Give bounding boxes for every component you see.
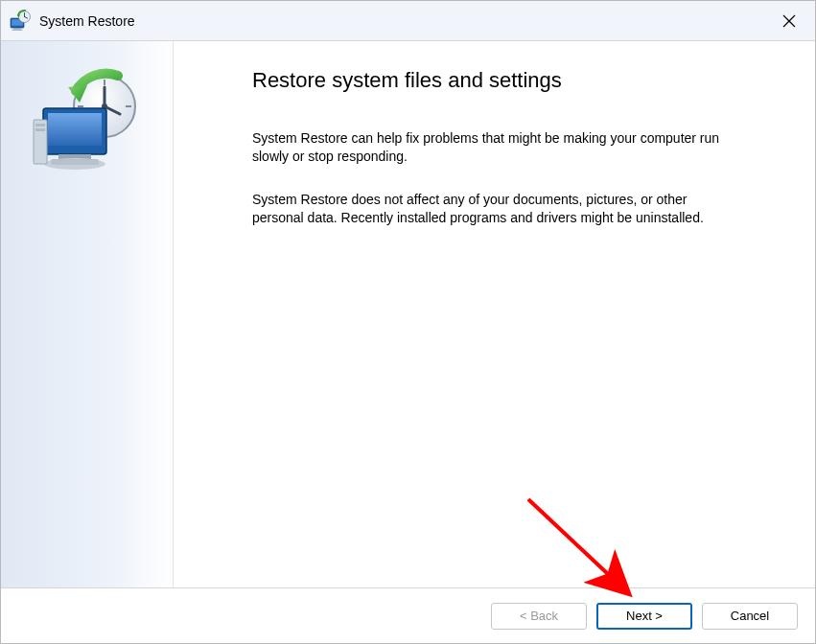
svg-rect-3: [12, 29, 23, 30]
wizard-footer: < Back Next > Cancel: [1, 587, 815, 643]
sidebar: [1, 41, 174, 587]
cancel-button[interactable]: Cancel: [702, 603, 798, 630]
page-heading: Restore system files and settings: [252, 68, 788, 93]
system-restore-window: System Restore: [0, 0, 816, 644]
system-restore-icon: [9, 10, 32, 33]
titlebar: System Restore: [1, 1, 815, 41]
intro-paragraph-1: System Restore can help fix problems tha…: [252, 129, 732, 166]
back-button[interactable]: < Back: [491, 603, 587, 630]
svg-rect-2: [13, 28, 21, 30]
svg-rect-23: [51, 159, 99, 165]
intro-paragraph-2: System Restore does not affect any of yo…: [252, 191, 732, 227]
svg-rect-26: [35, 128, 45, 131]
content-area: Restore system files and settings System…: [174, 41, 815, 587]
window-title: System Restore: [39, 13, 767, 29]
system-restore-graphic: [30, 68, 145, 186]
svg-rect-25: [35, 124, 45, 126]
wizard-body: Restore system files and settings System…: [1, 41, 815, 587]
svg-rect-20: [48, 113, 102, 146]
next-button[interactable]: Next >: [596, 603, 692, 630]
close-icon: [782, 14, 796, 28]
close-button[interactable]: [767, 6, 811, 36]
